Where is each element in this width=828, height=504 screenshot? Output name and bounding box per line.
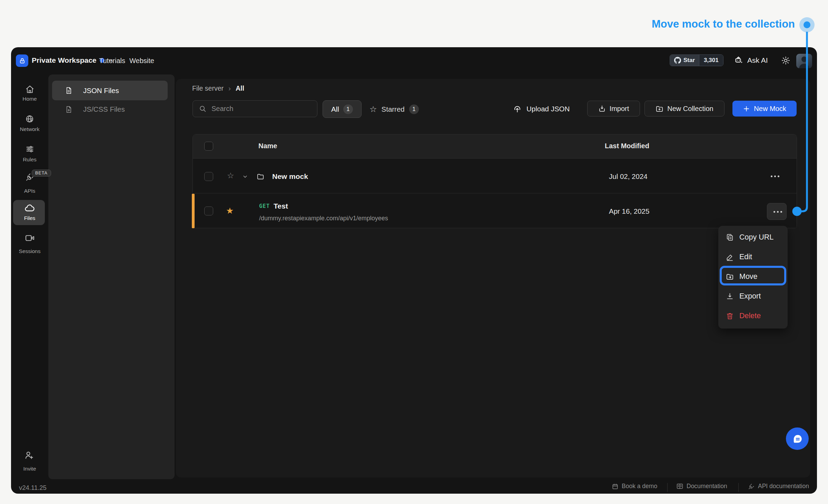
- row-menu-button[interactable]: [771, 175, 779, 177]
- row-menu-button-active[interactable]: [767, 203, 787, 220]
- menu-label-move: Move: [739, 272, 758, 281]
- files-nav-jscss-files[interactable]: JS/CSS Files: [52, 100, 168, 118]
- gear-icon: [781, 56, 790, 65]
- folder-plus-icon: [656, 105, 663, 113]
- menu-item-export[interactable]: Export: [718, 286, 788, 306]
- import-label: Import: [610, 105, 629, 113]
- nav-website[interactable]: Website: [129, 57, 154, 65]
- lock-icon: [19, 58, 26, 64]
- sidebar-label-rules[interactable]: Rules: [11, 157, 48, 163]
- menu-label-export: Export: [739, 292, 761, 301]
- sidebar-label-apis[interactable]: APIs: [11, 188, 48, 194]
- calendar-icon: [612, 483, 619, 490]
- files-sidebar-panel: [48, 74, 175, 479]
- ellipsis-icon: [773, 211, 782, 213]
- footer-api-documentation[interactable]: API documentation: [748, 483, 809, 490]
- files-cloud-icon: [24, 203, 35, 212]
- row-context-menu: Copy URL Edit Move Export Delete: [718, 226, 788, 329]
- star-filled-icon[interactable]: ★: [226, 206, 234, 216]
- star-outline-icon: ☆: [369, 104, 377, 114]
- filter-all-label: All: [331, 105, 339, 113]
- upload-json-label: Upload JSON: [526, 105, 570, 113]
- column-header-modified[interactable]: Last Modified: [605, 142, 649, 150]
- files-nav-jscss-label: JS/CSS Files: [83, 105, 125, 113]
- new-mock-button[interactable]: New Mock: [732, 101, 797, 117]
- collection-name: New mock: [272, 172, 308, 181]
- annotation-label: Move mock to the collection: [0, 18, 795, 30]
- mocks-table: Name Last Modified ☆ New mock Jul 02, 20…: [193, 134, 797, 228]
- sidebar-label-sessions[interactable]: Sessions: [11, 248, 48, 254]
- menu-item-copy-url[interactable]: Copy URL: [718, 228, 788, 247]
- edit-pencil-icon: [726, 253, 734, 261]
- ask-ai-button[interactable]: Ask AI: [734, 56, 768, 65]
- upload-cloud-icon: [513, 104, 522, 113]
- annotation-marker-dot: [804, 21, 810, 28]
- star-outline-icon[interactable]: ☆: [227, 171, 234, 180]
- import-button[interactable]: Import: [587, 101, 640, 117]
- new-mock-label: New Mock: [754, 105, 786, 113]
- method-badge: GET: [259, 203, 270, 209]
- mock-name: Test: [274, 202, 288, 210]
- footer-book-demo-label: Book a demo: [622, 483, 657, 490]
- mock-url: /dummy.restapiexample.com/api/v1/employe…: [259, 215, 388, 222]
- select-all-checkbox[interactable]: [204, 142, 213, 151]
- row-checkbox[interactable]: [204, 172, 213, 181]
- search-icon: [199, 105, 206, 112]
- app-version: v24.11.25: [19, 484, 47, 492]
- sidebar-label-files[interactable]: Files: [11, 215, 48, 221]
- sidebar-label-network[interactable]: Network: [11, 126, 48, 132]
- search-input[interactable]: [193, 100, 317, 117]
- github-star-badge[interactable]: Star 3,301: [670, 54, 723, 66]
- chat-bubble-icon: [791, 433, 803, 445]
- filter-tab-starred[interactable]: ☆ Starred 1: [369, 100, 419, 118]
- menu-item-move[interactable]: Move: [718, 267, 788, 286]
- sidebar-item-sessions[interactable]: [25, 234, 35, 242]
- row-checkbox[interactable]: [204, 206, 213, 215]
- table-row-collection[interactable]: ☆ New mock Jul 02, 2024: [193, 159, 797, 193]
- sidebar-item-home[interactable]: [25, 85, 34, 94]
- beta-badge: BETA: [32, 170, 51, 177]
- menu-label-edit: Edit: [739, 253, 752, 261]
- invite-button[interactable]: [24, 450, 34, 460]
- filter-starred-count: 1: [409, 104, 419, 114]
- menu-label-delete: Delete: [739, 312, 761, 320]
- nav-tutorials[interactable]: Tutorials: [99, 57, 125, 65]
- home-icon: [25, 85, 34, 94]
- sidebar-label-home[interactable]: Home: [11, 96, 48, 102]
- footer-divider: [738, 483, 739, 492]
- breadcrumb-root[interactable]: File server: [192, 84, 224, 92]
- menu-item-delete[interactable]: Delete: [718, 306, 788, 326]
- footer-documentation-label: Documentation: [687, 483, 727, 490]
- import-icon: [598, 105, 606, 112]
- api-plug-icon: [748, 483, 755, 490]
- annotation-connector-line: [790, 32, 811, 220]
- file-text-icon: [65, 87, 73, 94]
- filter-starred-label: Starred: [382, 105, 405, 113]
- footer-book-demo[interactable]: Book a demo: [612, 483, 657, 490]
- mock-modified-date: Apr 16, 2025: [609, 207, 649, 215]
- filter-tab-all[interactable]: All 1: [323, 100, 362, 118]
- column-header-name[interactable]: Name: [258, 142, 277, 150]
- upload-json-button[interactable]: Upload JSON: [513, 100, 570, 117]
- ask-ai-robot-icon: [734, 56, 743, 65]
- table-row-mock-selected[interactable]: ★ GET Test /dummy.restapiexample.com/api…: [193, 193, 797, 228]
- new-collection-button[interactable]: New Collection: [644, 101, 724, 117]
- sidebar-item-network[interactable]: [25, 114, 34, 124]
- network-icon: [25, 114, 34, 124]
- folder-move-icon: [726, 273, 734, 281]
- sidebar-item-rules[interactable]: [25, 144, 34, 154]
- github-star-label: Star: [683, 57, 695, 64]
- settings-button[interactable]: [781, 56, 790, 65]
- ask-ai-label: Ask AI: [747, 56, 768, 64]
- footer-documentation[interactable]: Documentation: [676, 483, 727, 490]
- invite-label[interactable]: Invite: [11, 466, 48, 472]
- folder-icon: [257, 173, 264, 180]
- workspace-icon[interactable]: [16, 54, 28, 67]
- files-nav-json-files[interactable]: JSON Files: [52, 81, 168, 100]
- menu-item-edit[interactable]: Edit: [718, 247, 788, 267]
- github-star-count: 3,301: [699, 55, 723, 66]
- file-upload-icon: [65, 105, 73, 113]
- chat-fab-button[interactable]: [786, 427, 809, 450]
- chevron-down-icon[interactable]: [242, 174, 248, 180]
- breadcrumb: File server › All: [192, 84, 244, 92]
